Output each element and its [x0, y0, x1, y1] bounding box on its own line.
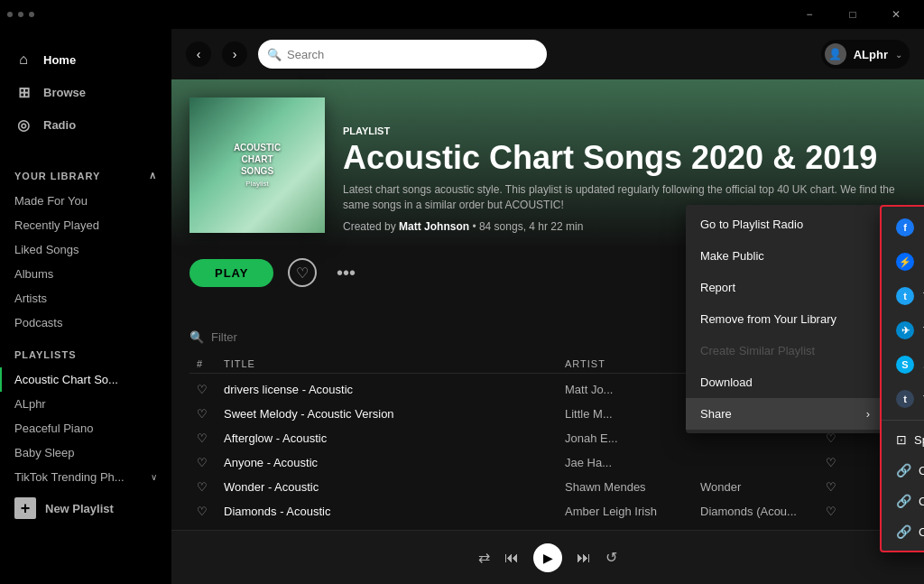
sidebar-item-browse[interactable]: ⊞ Browse — [0, 76, 171, 108]
menu-item-report[interactable]: Report — [686, 272, 884, 303]
title-bar-dots — [7, 12, 34, 17]
share-messenger[interactable]: ⚡ Messenger — [882, 245, 924, 279]
sidebar-item-home[interactable]: ⌂ Home — [0, 43, 171, 76]
context-menu: Go to Playlist Radio Make Public Report … — [686, 205, 884, 433]
heart-button[interactable]: ♡ — [288, 258, 317, 287]
title-bar-dot — [18, 12, 23, 17]
shuffle-button[interactable]: ⇄ — [478, 549, 490, 566]
share-facebook[interactable]: f Facebook — [882, 210, 924, 245]
sidebar-item-radio[interactable]: ◎ Radio — [0, 108, 171, 141]
sidebar-item-peaceful[interactable]: Peaceful Piano — [0, 416, 171, 440]
menu-item-create-similar: Create Similar Playlist — [686, 335, 884, 366]
cover-text: ACOUSTICCHARTSONGSPlaylist — [234, 142, 281, 189]
table-row[interactable]: ♡ Diamonds - Acoustic Amber Leigh Irish … — [189, 499, 906, 524]
avatar: 👤 — [825, 43, 846, 65]
library-section-label: YOUR LIBRARY ∧ — [0, 155, 171, 189]
new-playlist-button[interactable]: + New Playlist — [0, 487, 171, 530]
search-bar: 🔍 — [258, 40, 547, 69]
song-heart[interactable]: ♡ — [808, 480, 854, 494]
title-bar-dot — [7, 12, 13, 17]
back-button[interactable]: ‹ — [186, 42, 211, 67]
sidebar-item-artists[interactable]: Artists — [0, 286, 171, 311]
sidebar-item-babysleep[interactable]: Baby Sleep — [0, 440, 171, 465]
sidebar-radio-label: Radio — [43, 118, 76, 132]
playlist-song-count: 84 songs, 4 hr 22 min — [479, 220, 583, 233]
song-heart[interactable]: ♡ — [808, 431, 854, 445]
player-play-button[interactable]: ▶ — [533, 543, 562, 572]
sidebar-item-podcasts[interactable]: Podcasts — [0, 311, 171, 335]
share-telegram[interactable]: ✈ Telegram — [882, 313, 924, 348]
menu-item-make-public[interactable]: Make Public — [686, 240, 884, 272]
search-input[interactable] — [287, 48, 538, 61]
playlist-creator: Matt Johnson — [399, 220, 469, 233]
sidebar-item-recently-played[interactable]: Recently Played — [0, 213, 171, 237]
sidebar-browse-label: Browse — [43, 86, 86, 99]
sidebar-item-made-for-you[interactable]: Made For You — [0, 189, 171, 213]
song-title: Sweet Melody - Acoustic Version — [224, 407, 565, 421]
share-spotify-code[interactable]: ⊡ Spotify Code — [882, 424, 924, 455]
search-icon: 🔍 — [267, 48, 282, 61]
song-title: Anyone - Acoustic — [224, 456, 565, 469]
sidebar-home-label: Home — [43, 53, 76, 67]
song-title: drivers license - Acoustic — [224, 383, 565, 396]
play-button[interactable]: PLAY — [189, 259, 273, 287]
player-controls: ⇄ ⏮ ▶ ⏭ ↺ — [186, 543, 910, 572]
share-submenu: f Facebook ⚡ Messenger t Twitter ✈ Teleg… — [880, 205, 924, 552]
playlist-type: PLAYLIST — [343, 125, 906, 136]
menu-item-share[interactable]: Share › — [686, 398, 884, 430]
user-area[interactable]: 👤 ALphr ⌄ — [821, 40, 910, 69]
sidebar-item-albums[interactable]: Albums — [0, 262, 171, 286]
sidebar-item-liked-songs[interactable]: Liked Songs — [0, 237, 171, 262]
song-heart[interactable]: ♡ — [808, 456, 854, 469]
messenger-icon: ⚡ — [896, 253, 914, 271]
share-copy-embed[interactable]: 🔗 Copy Embed Code — [882, 486, 924, 516]
table-row[interactable]: ♡ Anyone - Acoustic Jae Ha... ♡ :58 — [189, 450, 906, 475]
twitter-icon: t — [896, 287, 914, 305]
song-album: Diamonds (Acou... — [700, 505, 808, 518]
menu-item-download[interactable]: Download — [686, 366, 884, 398]
next-button[interactable]: ⏭ — [577, 550, 591, 566]
share-copy-link[interactable]: 🔗 Copy Playlist Link — [882, 455, 924, 486]
song-title: Afterglow - Acoustic — [224, 431, 565, 445]
top-bar: ‹ › 🔍 👤 ALphr ⌄ — [171, 29, 924, 79]
song-artist: Jonah E... — [565, 431, 700, 445]
playlist-cover: ACOUSTICCHARTSONGSPlaylist — [189, 97, 325, 233]
title-bar-controls: − □ ✕ — [789, 0, 917, 29]
spotify-code-icon: ⊡ — [896, 432, 907, 447]
title-bar-dot — [29, 12, 34, 17]
playlist-cover-bg: ACOUSTICCHARTSONGSPlaylist — [189, 97, 325, 233]
share-copy-uri[interactable]: 🔗 Copy Spotify URI — [882, 516, 924, 547]
menu-item-remove-library[interactable]: Remove from Your Library — [686, 303, 884, 335]
song-album: Wonder — [700, 480, 808, 494]
bottom-player: ⇄ ⏮ ▶ ⏭ ↺ — [171, 530, 924, 584]
new-playlist-label: New Playlist — [45, 502, 114, 515]
forward-button[interactable]: › — [222, 42, 247, 67]
share-tumblr[interactable]: t Tumblr — [882, 382, 924, 416]
skype-icon: S — [896, 356, 914, 374]
row-num: ♡ — [197, 383, 224, 396]
title-bar: − □ ✕ — [0, 0, 924, 29]
more-options-button[interactable]: ••• — [331, 258, 360, 287]
row-num: ♡ — [197, 480, 224, 494]
song-heart[interactable]: ♡ — [808, 505, 854, 518]
share-twitter[interactable]: t Twitter — [882, 279, 924, 313]
share-skype[interactable]: S Skype — [882, 348, 924, 382]
repeat-button[interactable]: ↺ — [605, 549, 617, 566]
filter-input[interactable] — [211, 330, 363, 344]
maximize-button[interactable]: □ — [832, 0, 873, 29]
browse-icon: ⊞ — [14, 83, 32, 101]
close-button[interactable]: ✕ — [875, 0, 917, 29]
song-title: Wonder - Acoustic — [224, 480, 565, 494]
chevron-up-icon[interactable]: ∧ — [149, 170, 157, 181]
song-artist: Little M... — [565, 407, 700, 421]
sidebar-item-tiktok[interactable]: TikTok Trending Ph... ∨ — [0, 465, 171, 489]
radio-icon: ◎ — [14, 116, 32, 134]
song-artist: Shawn Mendes — [565, 480, 700, 494]
sidebar-item-acoustic[interactable]: Acoustic Chart So... — [0, 367, 171, 392]
table-row[interactable]: ♡ Wonder - Acoustic Shawn Mendes Wonder … — [189, 475, 906, 499]
prev-button[interactable]: ⏮ — [504, 550, 519, 566]
sidebar-item-alphr[interactable]: ALphr — [0, 392, 171, 416]
embed-icon: 🔗 — [896, 494, 911, 508]
menu-item-goto-radio[interactable]: Go to Playlist Radio — [686, 209, 884, 240]
minimize-button[interactable]: − — [789, 0, 830, 29]
